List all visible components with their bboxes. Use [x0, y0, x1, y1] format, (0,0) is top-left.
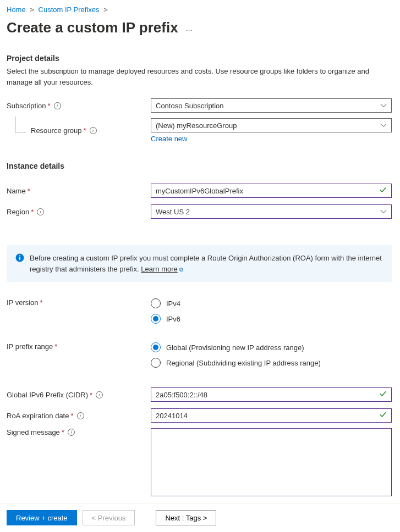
region-value: West US 2 — [156, 208, 190, 216]
breadcrumb: Home > Custom IP Prefixes > — [7, 4, 393, 17]
info-icon[interactable]: i — [54, 102, 61, 109]
info-icon[interactable]: i — [68, 429, 75, 436]
chevron-right-icon: > — [103, 5, 108, 14]
region-label: Region* i — [7, 208, 151, 216]
ip-range-label: IP prefix range* — [7, 342, 151, 351]
roa-date-value: 20241014 — [156, 412, 188, 420]
banner-text: Before creating a custom IP prefix you m… — [30, 254, 382, 273]
radio-range-global[interactable]: Global (Provisioning new IP address rang… — [151, 342, 392, 352]
review-create-button[interactable]: Review + create — [7, 510, 77, 525]
subscription-value: Contoso Subscription — [156, 102, 224, 110]
external-link-icon: ⧉ — [179, 267, 183, 273]
signed-message-label: Signed message* i — [7, 428, 151, 436]
project-description: Select the subscription to manage deploy… — [7, 66, 381, 87]
ip-version-label: IP version* — [7, 298, 151, 307]
radio-icon — [151, 298, 161, 308]
chevron-right-icon: > — [30, 5, 34, 14]
chevron-down-icon — [380, 102, 387, 109]
radio-label: Regional (Subdividing existing IP addres… — [166, 359, 321, 367]
resource-group-select[interactable]: (New) myResourceGroup — [151, 118, 392, 132]
info-icon[interactable]: i — [96, 391, 103, 398]
radio-range-regional[interactable]: Regional (Subdividing existing IP addres… — [151, 358, 392, 368]
radio-ipv4[interactable]: IPv4 — [151, 298, 392, 308]
radio-icon — [151, 314, 161, 324]
check-icon — [379, 390, 387, 400]
info-icon[interactable]: i — [77, 412, 84, 419]
signed-message-input[interactable] — [151, 428, 392, 496]
cidr-input[interactable]: 2a05:f500:2::/48 — [151, 387, 392, 402]
ip-version-radio-group: IPv4 IPv6 — [151, 298, 392, 324]
subscription-select[interactable]: Contoso Subscription — [151, 98, 392, 113]
check-icon — [379, 411, 387, 420]
check-icon — [379, 186, 387, 196]
next-button[interactable]: Next : Tags > — [156, 510, 216, 525]
ip-range-radio-group: Global (Provisioning new IP address rang… — [151, 342, 392, 368]
radio-ipv6[interactable]: IPv6 — [151, 314, 392, 324]
learn-more-link[interactable]: Learn more — [141, 265, 177, 273]
breadcrumb-home[interactable]: Home — [7, 5, 26, 14]
name-input[interactable]: myCustomIPv6GlobalPrefix — [151, 184, 392, 198]
page-title: Create a custom IP prefix — [7, 19, 178, 36]
chevron-down-icon — [380, 122, 387, 129]
previous-button[interactable]: < Previous — [83, 510, 135, 525]
chevron-down-icon — [380, 208, 387, 215]
roa-date-label: RoA expiration date* i — [7, 412, 151, 420]
subscription-label: Subscription* i — [7, 102, 151, 110]
info-icon[interactable]: i — [37, 208, 44, 215]
more-icon[interactable]: ··· — [186, 20, 193, 34]
svg-rect-1 — [19, 257, 20, 261]
region-select[interactable]: West US 2 — [151, 204, 392, 219]
radio-label: Global (Provisioning new IP address rang… — [166, 343, 304, 352]
cidr-value: 2a05:f500:2::/48 — [156, 391, 207, 399]
svg-rect-2 — [19, 256, 20, 257]
radio-label: IPv6 — [166, 315, 180, 323]
section-heading-instance: Instance details — [7, 162, 393, 170]
radio-icon — [151, 342, 161, 352]
radio-icon — [151, 358, 161, 368]
name-value: myCustomIPv6GlobalPrefix — [156, 187, 243, 195]
section-heading-project: Project details — [7, 54, 393, 63]
resource-group-label: Resource group* i — [7, 126, 151, 135]
name-label: Name* — [7, 187, 151, 195]
roa-date-input[interactable]: 20241014 — [151, 408, 392, 423]
info-icon[interactable]: i — [90, 127, 97, 134]
radio-label: IPv4 — [166, 300, 180, 308]
create-new-link[interactable]: Create new — [151, 135, 187, 143]
resource-group-value: (New) myResourceGroup — [156, 121, 237, 130]
info-icon — [15, 253, 24, 274]
roa-info-banner: Before creating a custom IP prefix you m… — [7, 245, 392, 282]
cidr-label: Global IPv6 Prefix (CIDR)* i — [7, 391, 151, 399]
breadcrumb-parent[interactable]: Custom IP Prefixes — [39, 5, 100, 14]
wizard-footer: Review + create < Previous Next : Tags > — [0, 503, 400, 532]
